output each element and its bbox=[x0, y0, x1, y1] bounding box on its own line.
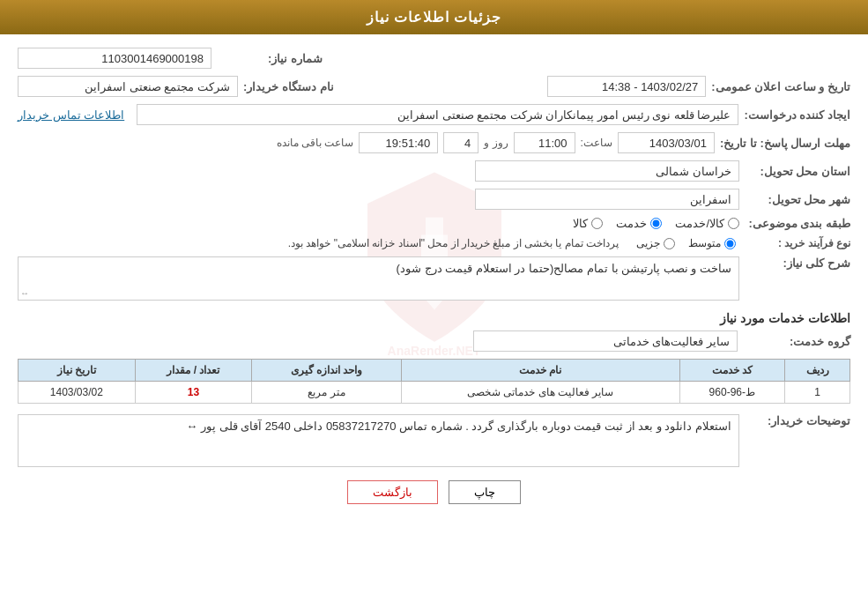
creator-value: علیرضا قلعه نوی رئیس امور پیمانکاران شرک… bbox=[137, 104, 738, 125]
mohlat-label: مهلت ارسال پاسخ: تا تاریخ: bbox=[720, 137, 850, 150]
page-header: جزئیات اطلاعات نیاز bbox=[0, 0, 868, 34]
tozihat-section: توضیحات خریدار: استعلام دانلود و بعد از … bbox=[18, 414, 850, 467]
tabaqe-khedmat[interactable]: خدمت bbox=[616, 217, 662, 230]
cell-count: 13 bbox=[135, 382, 252, 404]
creator-label: ایجاد کننده درخواست: bbox=[744, 108, 850, 122]
nowf-jozi[interactable]: جزیی bbox=[636, 237, 675, 249]
mohlat-date: 1403/03/01 bbox=[618, 132, 715, 153]
col-count: تعداد / مقدار bbox=[135, 360, 252, 382]
nowf-moutavasset[interactable]: متوسط bbox=[688, 237, 736, 249]
mohlat-time: 11:00 bbox=[514, 132, 575, 153]
grooh-row: گروه خدمت: سایر فعالیت‌های خدماتی bbox=[18, 330, 850, 352]
time-label: ساعت: bbox=[581, 137, 612, 149]
cell-radif: 1 bbox=[785, 382, 850, 404]
ostan-row: استان محل تحویل: خراسان شمالی bbox=[18, 160, 850, 182]
name-dastgah-value: شرکت مجتمع صنعتی اسفراین bbox=[18, 76, 238, 97]
page-title: جزئیات اطلاعات نیاز bbox=[367, 10, 502, 25]
ostan-value: خراسان شمالی bbox=[475, 160, 739, 182]
services-table: ردیف کد خدمت نام خدمت واحد اندازه گیری ت… bbox=[18, 359, 850, 404]
form-section: شماره نیاز: 1103001469000198 تاریخ و ساع… bbox=[18, 48, 850, 504]
shomare-row: شماره نیاز: 1103001469000198 bbox=[18, 48, 850, 69]
nowf-radio-group: متوسط جزیی bbox=[636, 237, 736, 249]
tozihat-label: توضیحات خریدار: bbox=[745, 414, 850, 427]
shahr-value: اسفراین bbox=[475, 189, 739, 210]
cell-name: سایر فعالیت های خدماتی شخصی bbox=[402, 382, 680, 404]
cell-unit: متر مربع bbox=[252, 382, 402, 404]
page-wrapper: جزئیات اطلاعات نیاز AnaRender.NET شماره … bbox=[0, 0, 868, 609]
sharh-row: شرح کلی نیاز: ساخت و نصب پارتیشن با تمام… bbox=[18, 256, 850, 301]
tabaqe-radio-group: کالا/خدمت خدمت کالا bbox=[573, 217, 739, 230]
sharh-box: ساخت و نصب پارتیشن با تمام مصالح(حتما در… bbox=[18, 256, 739, 301]
grooh-label: گروه خدمت: bbox=[745, 335, 850, 348]
rooz-value: 4 bbox=[443, 132, 479, 153]
col-radif: ردیف bbox=[785, 360, 850, 382]
tabaqe-label: طبقه بندی موضوعی: bbox=[745, 217, 850, 230]
nowf-label: نوع فرآیند خرید : bbox=[745, 237, 850, 249]
col-code: کد خدمت bbox=[679, 360, 784, 382]
cell-date: 1403/03/02 bbox=[19, 382, 136, 404]
announce-row: تاریخ و ساعت اعلان عمومی: 1403/02/27 - 1… bbox=[18, 76, 850, 97]
shahr-row: شهر محل تحویل: اسفراین bbox=[18, 189, 850, 210]
shomare-label: شماره نیاز: bbox=[217, 52, 323, 65]
name-dastgah-label: نام دستگاه خریدار: bbox=[243, 80, 334, 93]
tozihat-box: استعلام دانلود و بعد از ثبت قیمت دوباره … bbox=[18, 414, 739, 467]
creator-row: ایجاد کننده درخواست: علیرضا قلعه نوی رئی… bbox=[18, 104, 850, 125]
col-unit: واحد اندازه گیری bbox=[252, 360, 402, 382]
tabaqe-kala-khedmat[interactable]: کالا/خدمت bbox=[675, 217, 739, 230]
remaining-label: ساعت باقی مانده bbox=[277, 137, 354, 149]
tozihat-resize-icon: ↔ bbox=[186, 420, 197, 433]
tabaqe-kala[interactable]: کالا bbox=[573, 217, 603, 230]
announce-value: 1403/02/27 - 14:38 bbox=[547, 76, 706, 97]
tabaqe-row: طبقه بندی موضوعی: کالا/خدمت خدمت کالا bbox=[18, 217, 850, 230]
content-area: AnaRender.NET شماره نیاز: 11030014690001… bbox=[0, 34, 868, 526]
cell-code: ط-96-960 bbox=[679, 382, 784, 404]
table-row: 1 ط-96-960 سایر فعالیت های خدماتی شخصی م… bbox=[19, 382, 850, 404]
ostan-label: استان محل تحویل: bbox=[745, 165, 850, 178]
rooz-label: روز و bbox=[484, 137, 508, 149]
nowf-row: نوع فرآیند خرید : متوسط جزیی پرداخت تمام… bbox=[18, 237, 850, 249]
announce-label: تاریخ و ساعت اعلان عمومی: bbox=[711, 80, 850, 93]
grooh-value: سایر فعالیت‌های خدماتی bbox=[473, 330, 738, 352]
back-button[interactable]: بازگشت bbox=[347, 480, 438, 504]
service-section: اطلاعات خدمات مورد نیاز گروه خدمت: سایر … bbox=[18, 311, 850, 404]
col-name: نام خدمت bbox=[402, 360, 680, 382]
shahr-label: شهر محل تحویل: bbox=[745, 193, 850, 206]
remaining-time: 19:51:40 bbox=[359, 132, 438, 153]
creator-link[interactable]: اطلاعات تماس خریدار bbox=[18, 108, 124, 122]
service-section-title: اطلاعات خدمات مورد نیاز bbox=[18, 311, 850, 325]
sharh-value: ساخت و نصب پارتیشن با تمام مصالح(حتما در… bbox=[397, 262, 731, 275]
resize-icon: ↔ bbox=[20, 288, 29, 298]
sharh-label: شرح کلی نیاز: bbox=[745, 256, 850, 270]
mohlat-row: مهلت ارسال پاسخ: تا تاریخ: 1403/03/01 سا… bbox=[18, 132, 850, 153]
shomare-value: 1103001469000198 bbox=[18, 48, 211, 69]
nowf-note: پرداخت تمام یا بخشی از مبلغ خریدار از مح… bbox=[288, 237, 619, 249]
btn-row: چاپ بازگشت bbox=[18, 480, 850, 504]
print-button[interactable]: چاپ bbox=[449, 480, 521, 504]
col-date: تاریخ نیاز bbox=[19, 360, 136, 382]
tozihat-value: استعلام دانلود و بعد از ثبت قیمت دوباره … bbox=[201, 420, 731, 433]
